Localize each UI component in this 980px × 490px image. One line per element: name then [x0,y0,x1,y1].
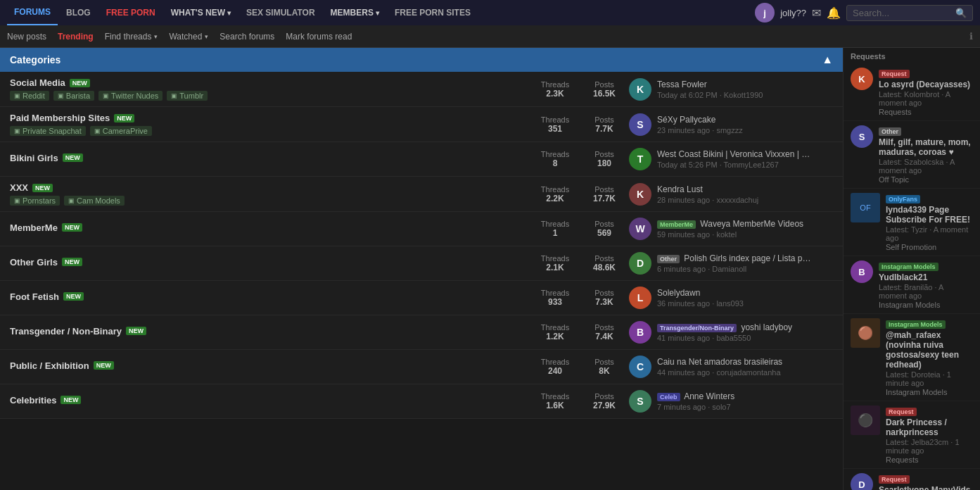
category-row[interactable]: Transgender / Non-Binary NEW Threads 1.2… [0,315,843,350]
last-post-info: Kendra Lust 28 minutes ago · xxxxxdachuj [657,184,758,204]
sidebar-item[interactable]: 🟤 Instagram Models @mah_rafaex (novinha … [844,314,980,401]
avatar[interactable]: j [755,3,775,23]
nav-members[interactable]: MEMBERS ▾ [324,0,386,25]
category-row[interactable]: XXX NEW Pornstars Cam Models Threads 2.2… [0,177,843,212]
sidebar-item-content: Instagram Models Yudlblack21 Latest: Bra… [879,260,973,309]
avatar: B [851,260,873,283]
thumbnail: 🟤 [851,318,880,348]
subnav-new-posts[interactable]: New posts [7,25,46,48]
category-row[interactable]: Foot Fetish NEW Threads 933 Posts 7.3K L… [0,281,843,315]
sidebar-item-latest: Latest: Szabolcska · A moment ago [879,158,973,175]
subnav-mark-read[interactable]: Mark forums read [286,25,352,48]
nav-free-porn[interactable]: FREE PORN [99,0,163,25]
last-post-title[interactable]: Transgender/Non-Binary yoshi ladyboy [657,322,792,332]
sidebar-item[interactable]: ⚫ Request Dark Princess / narkprincess L… [844,401,980,469]
category-info: Foot Fetish NEW [10,291,530,305]
sidebar-item-name[interactable]: Milf, gilf, mature, mom, maduras, coroas… [879,137,973,157]
subnav-search-forums[interactable]: Search forums [219,25,274,48]
sidebar-item[interactable]: K Request Lo asyrd (Decayasses) Latest: … [844,63,980,121]
sidebar-item[interactable]: S Other Milf, gilf, mature, mom, maduras… [844,121,980,189]
sidebar-item-category: Off Topic [879,175,973,184]
bell-icon[interactable]: 🔔 [827,6,841,20]
onlyfans-badge: OnlyFans [886,195,920,203]
category-tag[interactable]: Tumblr [167,91,208,101]
sidebar-item-name[interactable]: lynda4339 Page Subscribe For FREE! [886,205,973,225]
last-post-title[interactable]: Other Polish Girls index page / Lista po… [657,253,812,263]
request-badge: Request [886,408,917,416]
last-post-title[interactable]: Celeb Anne Winters [657,391,734,401]
category-tag[interactable]: CameraPrive [90,126,152,136]
last-post-title[interactable]: Solelydawn [657,288,744,298]
sidebar-item-category: Requests [879,108,973,116]
category-tag[interactable]: Pornstars [10,196,60,206]
sidebar-item-name[interactable]: ScarletIyone ManyVids [879,485,973,490]
sidebar-item[interactable]: OF OnlyFans lynda4339 Page Subscribe For… [844,189,980,256]
category-row[interactable]: Bikini Girls NEW Threads 8 Posts 180 T W… [0,142,843,177]
nav-forums[interactable]: FORUMS [7,0,58,25]
new-badge: NEW [114,114,134,122]
categories-panel: Categories ▲ Social Media NEW Reddit Bar… [0,48,843,490]
category-tag[interactable]: Cam Models [64,196,125,206]
category-row[interactable]: Other Girls NEW Threads 2.1K Posts 48.6K… [0,246,843,281]
nav-free-porn-sites[interactable]: FREE PORN SITES [388,0,478,25]
other-badge: Other [879,127,901,136]
instagram-badge: Instagram Models [879,263,938,271]
category-row[interactable]: Celebrities NEW Threads 1.6K Posts 27.9K… [0,384,843,419]
new-badge: NEW [62,258,82,266]
last-post-meta: 59 minutes ago · koktel [657,230,803,239]
dropdown-arrow-icon: ▾ [227,9,231,17]
category-tag[interactable]: Private Snapchat [10,126,86,136]
last-post-title[interactable]: SéXy Pallycake [657,115,743,125]
sidebar-item[interactable]: D Request ScarletIyone ManyVids [844,469,980,490]
sidebar-item[interactable]: B Instagram Models Yudlblack21 Latest: B… [844,256,980,314]
sidebar-item-name[interactable]: Dark Princess / narkprincess [886,417,973,437]
category-tag[interactable]: Barista [53,91,94,101]
subnav-watched[interactable]: Watched ▾ [169,25,208,48]
last-post-title[interactable]: Kendra Lust [657,184,758,194]
avatar: K [851,68,873,90]
last-post-meta: Today at 5:26 PM · TommyLee1267 [657,161,812,169]
avatar: L [629,287,651,309]
last-post-title[interactable]: Caiu na Net amadoras brasileiras [657,357,782,367]
sidebar-item-name[interactable]: @mah_rafaex (novinha ruiva gostosa/sexy … [886,330,973,370]
sidebar-item-content: Instagram Models @mah_rafaex (novinha ru… [886,318,973,396]
sidebar-item-name[interactable]: Yudlblack21 [879,272,973,282]
sidebar-item-content: OnlyFans lynda4339 Page Subscribe For FR… [886,193,973,251]
subnav-find-threads[interactable]: Find threads ▾ [105,25,158,48]
category-info: Social Media NEW Reddit Barista Twitter … [10,77,530,101]
search-input[interactable] [853,8,951,18]
sidebar-section-title: Requests [844,48,980,63]
thumbnail: ⚫ [851,406,880,435]
info-icon[interactable]: ℹ [969,31,973,42]
category-info: Other Girls NEW [10,257,530,270]
nav-sex-simulator[interactable]: SEX SIMULATOR [239,0,322,25]
sidebar-item-name[interactable]: Lo asyrd (Decayasses) [879,80,973,89]
last-post-title[interactable]: MemberMe Waveya MemberMe Videos [657,219,803,229]
search-box[interactable]: 🔍 [846,5,973,21]
last-post-title[interactable]: West Coast Bikini | Veronica Vixxxen | v… [657,149,812,159]
sidebar-item-latest: Latest: Jelba23cm · 1 minute ago [886,438,973,455]
nav-blog[interactable]: BLOG [59,0,98,25]
category-info: Paid Membership Sites NEW Private Snapch… [10,113,530,136]
avatar: S [851,125,873,148]
category-threads-stat: Threads 1.6K [530,392,580,410]
category-tag[interactable]: Reddit [10,91,49,101]
category-row[interactable]: MemberMe NEW Threads 1 Posts 569 W Membe… [0,212,843,246]
username[interactable]: jolly?? [780,8,806,18]
search-icon[interactable]: 🔍 [955,8,967,18]
category-posts-stat: Posts 569 [580,220,629,238]
last-post-title[interactable]: Tessa Fowler [657,80,763,89]
avatar: D [851,473,873,490]
category-tag[interactable]: Twitter Nudes [98,91,163,101]
category-row[interactable]: Paid Membership Sites NEW Private Snapch… [0,107,843,142]
category-name: Bikini Girls NEW [10,153,530,163]
sidebar-item-content: Request Dark Princess / narkprincess Lat… [886,406,973,464]
subnav-trending[interactable]: Trending [58,25,94,48]
nav-whats-new[interactable]: WHAT'S NEW ▾ [164,0,238,25]
category-row[interactable]: Public / Exhibition NEW Threads 240 Post… [0,350,843,384]
category-row[interactable]: Social Media NEW Reddit Barista Twitter … [0,72,843,107]
mail-icon[interactable]: ✉ [812,6,821,20]
category-posts-stat: Posts 7.7K [580,115,629,134]
category-info: XXX NEW Pornstars Cam Models [10,182,530,206]
collapse-icon[interactable]: ▲ [822,54,833,66]
